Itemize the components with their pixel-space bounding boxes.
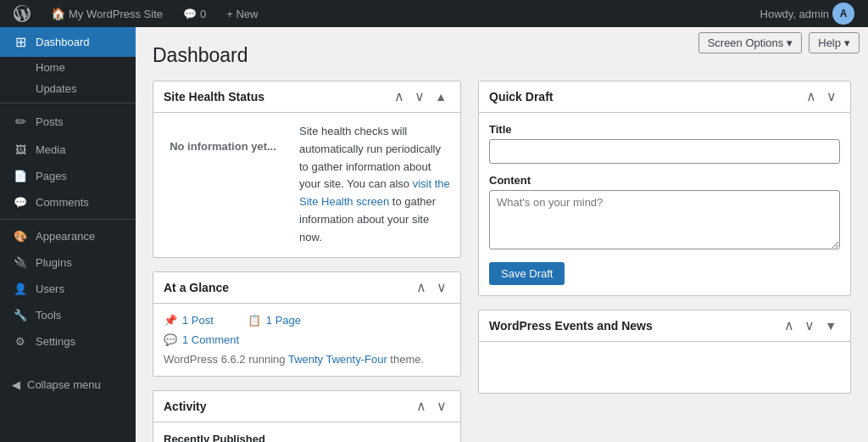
- screen-options-label: Screen Options: [708, 36, 784, 49]
- activity-controls: ∧ ∨: [413, 398, 450, 415]
- sidebar-item-settings[interactable]: ⚙ Settings: [0, 328, 136, 355]
- sidebar-item-appearance[interactable]: 🎨 Appearance: [0, 223, 136, 249]
- wp-events-toggle-down[interactable]: ∨: [801, 317, 818, 334]
- activity-widget: Activity ∧ ∨ Recently Published Today, 5…: [153, 390, 461, 442]
- page-count: 1 Page: [266, 314, 301, 327]
- howdy-text: Howdy, admin: [760, 8, 829, 20]
- users-label: Users: [36, 283, 64, 295]
- site-health-toggle-up[interactable]: ∧: [391, 88, 408, 105]
- glance-stats-row: 📌 1 Post 📋 1 Page: [164, 314, 450, 327]
- admin-menu: ⊞ Dashboard Home Updates ✏ Posts 🖼 Media…: [0, 27, 136, 442]
- comments-item[interactable]: 💬 0: [176, 0, 213, 27]
- avatar: A: [832, 3, 854, 25]
- site-name: My WordPress Site: [69, 8, 163, 20]
- wp-events-expand[interactable]: ▼: [821, 318, 840, 333]
- comment-count: 1 Comment: [182, 333, 239, 346]
- site-health-no-info: No information yet...: [164, 123, 282, 153]
- activity-title: Activity: [164, 400, 413, 413]
- activity-content: Recently Published Today, 5:35 am Hello …: [153, 422, 460, 442]
- screen-options-bar: Screen Options ▾ Help ▾: [690, 27, 868, 59]
- post-count-link[interactable]: 📌 1 Post: [164, 314, 214, 327]
- comment-count-link[interactable]: 💬 1 Comment: [164, 333, 239, 346]
- posts-icon: ✏: [12, 114, 29, 130]
- site-health-content: No information yet... Site health checks…: [153, 113, 460, 257]
- sidebar-item-home[interactable]: Home: [0, 57, 136, 78]
- users-icon: 👤: [12, 283, 29, 295]
- updates-label: Updates: [36, 82, 76, 95]
- sidebar-item-tools[interactable]: 🔧 Tools: [0, 302, 136, 328]
- at-a-glance-toggle-down[interactable]: ∨: [433, 279, 450, 296]
- comments-icon: 💬: [183, 8, 197, 20]
- right-column: Quick Draft ∧ ∨ Title Content Save Draft: [478, 81, 851, 394]
- at-a-glance-toggle-up[interactable]: ∧: [413, 279, 430, 296]
- site-health-controls: ∧ ∨ ▲: [391, 88, 450, 105]
- activity-toggle-down[interactable]: ∨: [433, 398, 450, 415]
- draft-title-input[interactable]: [489, 139, 840, 164]
- sidebar-item-users[interactable]: 👤 Users: [0, 276, 136, 302]
- site-health-toggle-down[interactable]: ∨: [411, 88, 428, 105]
- appearance-label: Appearance: [36, 230, 95, 243]
- quick-draft-controls: ∧ ∨: [803, 88, 840, 105]
- at-a-glance-title: At a Glance: [164, 281, 413, 294]
- dashboard-label: Dashboard: [36, 36, 90, 48]
- sidebar-item-comments[interactable]: 💬 Comments: [0, 189, 136, 215]
- howdy-item[interactable]: Howdy, admin A: [754, 0, 861, 27]
- at-a-glance-controls: ∧ ∨: [413, 279, 450, 296]
- left-column: Site Health Status ∧ ∨ ▲ No information …: [153, 81, 461, 442]
- wp-logo-item[interactable]: [7, 0, 37, 27]
- at-a-glance-header: At a Glance ∧ ∨: [153, 272, 460, 304]
- comment-glance-icon: 💬: [164, 333, 177, 346]
- wp-events-content: [479, 342, 850, 393]
- site-health-description: Site health checks will automatically ru…: [299, 123, 450, 247]
- wp-events-toggle-up[interactable]: ∧: [781, 317, 798, 334]
- admin-bar: 🏠 My WordPress Site 💬 0 + New Howdy, adm…: [0, 0, 868, 27]
- site-health-header: Site Health Status ∧ ∨ ▲: [153, 81, 460, 113]
- help-button[interactable]: Help ▾: [809, 32, 860, 53]
- media-label: Media: [36, 143, 65, 156]
- collapse-label: Collapse menu: [27, 378, 101, 391]
- comments-label: Comments: [36, 196, 89, 209]
- recently-published-title: Recently Published: [164, 433, 450, 442]
- sidebar-item-dashboard[interactable]: ⊞ Dashboard: [0, 27, 136, 57]
- settings-label: Settings: [36, 335, 75, 348]
- help-label: Help: [818, 36, 841, 49]
- sidebar-item-updates[interactable]: Updates: [0, 78, 136, 99]
- quick-draft-header: Quick Draft ∧ ∨: [479, 81, 850, 113]
- dashboard-columns: Site Health Status ∧ ∨ ▲ No information …: [153, 81, 851, 442]
- collapse-icon: ◀: [12, 378, 20, 391]
- draft-content-input[interactable]: [489, 190, 840, 249]
- wp-events-header: WordPress Events and News ∧ ∨ ▼: [479, 311, 850, 342]
- save-draft-button[interactable]: Save Draft: [489, 262, 565, 285]
- sidebar-item-posts[interactable]: ✏ Posts: [0, 107, 136, 137]
- site-name-item[interactable]: 🏠 My WordPress Site: [44, 0, 170, 27]
- theme-link[interactable]: Twenty Twenty-Four: [288, 353, 387, 366]
- theme-suffix: theme.: [387, 353, 424, 366]
- pages-label: Pages: [36, 170, 67, 182]
- plugins-label: Plugins: [36, 256, 72, 269]
- tools-label: Tools: [36, 309, 61, 322]
- screen-options-button[interactable]: Screen Options ▾: [698, 32, 803, 53]
- posts-label: Posts: [36, 115, 64, 128]
- at-a-glance-widget: At a Glance ∧ ∨ 📌 1 Post: [153, 271, 461, 377]
- sidebar-item-plugins[interactable]: 🔌 Plugins: [0, 249, 136, 276]
- quick-draft-toggle-down[interactable]: ∨: [823, 88, 840, 105]
- activity-header: Activity ∧ ∨: [153, 391, 460, 422]
- recently-published-section: Recently Published Today, 5:35 am Hello …: [164, 433, 450, 442]
- sidebar-item-media[interactable]: 🖼 Media: [0, 137, 136, 163]
- collapse-menu-button[interactable]: ◀ Collapse menu: [0, 372, 136, 398]
- activity-toggle-up[interactable]: ∧: [413, 398, 430, 415]
- quick-draft-toggle-up[interactable]: ∧: [803, 88, 820, 105]
- page-count-link[interactable]: 📋 1 Page: [248, 314, 301, 327]
- settings-icon: ⚙: [12, 335, 29, 348]
- main-content: Dashboard Site Health Status ∧ ∨ ▲: [136, 27, 868, 442]
- comments-count: 0: [200, 8, 206, 20]
- new-content-item[interactable]: + New: [220, 0, 264, 27]
- new-label: + New: [226, 8, 258, 20]
- pages-icon: 📄: [12, 170, 29, 182]
- sidebar-item-pages[interactable]: 📄 Pages: [0, 163, 136, 189]
- site-health-title: Site Health Status: [164, 90, 391, 104]
- appearance-icon: 🎨: [12, 230, 29, 243]
- site-health-collapse[interactable]: ▲: [431, 89, 450, 104]
- plugins-icon: 🔌: [12, 256, 29, 269]
- wp-events-controls: ∧ ∨ ▼: [781, 317, 840, 334]
